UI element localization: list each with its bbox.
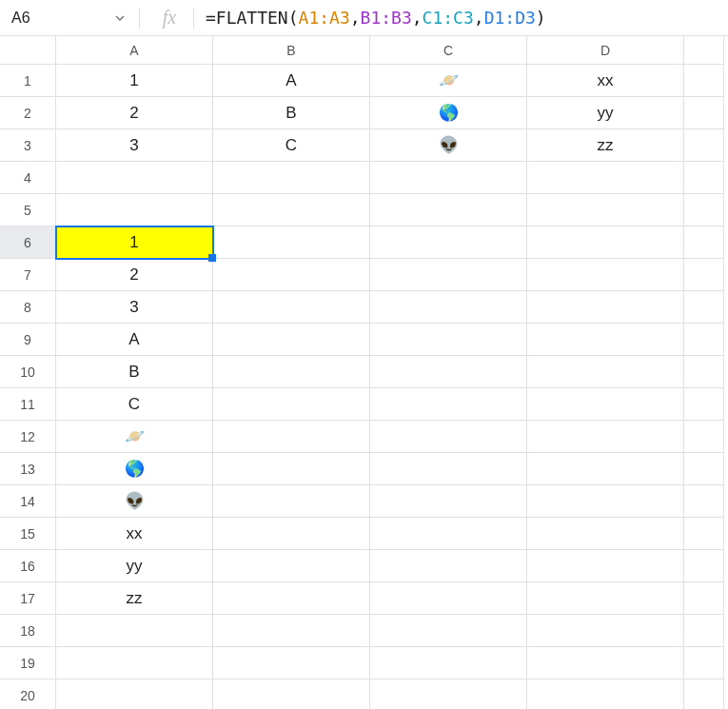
cell-A18[interactable] [56,615,213,647]
cell-D18[interactable] [527,615,684,647]
cell-D20[interactable] [527,679,684,709]
row-header-19[interactable]: 19 [0,647,56,679]
cell-A1[interactable]: 1 [56,65,213,97]
column-header-extra[interactable] [684,36,724,65]
cell-A15[interactable]: xx [56,518,213,550]
cell-B16[interactable] [213,550,370,582]
cell-B5[interactable] [213,194,370,226]
row-header-7[interactable]: 7 [0,259,56,291]
row-header-5[interactable]: 5 [0,194,56,226]
cell-C1[interactable]: 🪐 [370,65,527,97]
cell-D13[interactable] [527,453,684,485]
cell-C11[interactable] [370,388,527,421]
cell-extra-5[interactable] [684,194,724,226]
cell-extra-11[interactable] [684,388,724,421]
cell-B19[interactable] [213,647,370,679]
cell-B1[interactable]: A [213,65,370,97]
cell-D8[interactable] [527,291,684,324]
cell-A4[interactable] [56,162,213,194]
cell-C17[interactable] [370,582,527,615]
column-header-B[interactable]: B [213,36,370,65]
cell-B6[interactable] [213,226,370,259]
cell-D7[interactable] [527,259,684,291]
cell-extra-7[interactable] [684,259,724,291]
cell-A13[interactable]: 🌎 [56,453,213,485]
cell-extra-12[interactable] [684,421,724,453]
cell-D11[interactable] [527,388,684,421]
cell-C13[interactable] [370,453,527,485]
column-header-D[interactable]: D [527,36,684,65]
cell-C12[interactable] [370,421,527,453]
cell-B8[interactable] [213,291,370,324]
cell-D9[interactable] [527,324,684,356]
row-header-9[interactable]: 9 [0,324,56,356]
cell-C9[interactable] [370,324,527,356]
cell-C2[interactable]: 🌎 [370,97,527,129]
cell-C19[interactable] [370,647,527,679]
cell-extra-9[interactable] [684,324,724,356]
cell-B12[interactable] [213,421,370,453]
cell-extra-8[interactable] [684,291,724,324]
column-header-C[interactable]: C [370,36,527,65]
cell-B20[interactable] [213,679,370,709]
row-header-3[interactable]: 3 [0,129,56,162]
cell-C6[interactable] [370,226,527,259]
cell-B17[interactable] [213,582,370,615]
cell-B18[interactable] [213,615,370,647]
cell-extra-13[interactable] [684,453,724,485]
cell-A3[interactable]: 3 [56,129,213,162]
cell-extra-17[interactable] [684,582,724,615]
cell-D1[interactable]: xx [527,65,684,97]
cell-D10[interactable] [527,356,684,388]
cell-A2[interactable]: 2 [56,97,213,129]
cell-A20[interactable] [56,679,213,709]
cell-D3[interactable]: zz [527,129,684,162]
cell-C4[interactable] [370,162,527,194]
row-header-17[interactable]: 17 [0,582,56,615]
cell-C15[interactable] [370,518,527,550]
cell-D4[interactable] [527,162,684,194]
cell-extra-19[interactable] [684,647,724,679]
cell-D19[interactable] [527,647,684,679]
cell-C3[interactable]: 👽 [370,129,527,162]
cell-extra-6[interactable] [684,226,724,259]
cell-extra-4[interactable] [684,162,724,194]
cell-extra-18[interactable] [684,615,724,647]
cell-A8[interactable]: 3 [56,291,213,324]
row-header-11[interactable]: 11 [0,388,56,421]
cell-D5[interactable] [527,194,684,226]
cell-A5[interactable] [56,194,213,226]
cell-B2[interactable]: B [213,97,370,129]
column-header-A[interactable]: A [56,36,213,65]
cell-B13[interactable] [213,453,370,485]
cell-B15[interactable] [213,518,370,550]
row-header-18[interactable]: 18 [0,615,56,647]
cell-A7[interactable]: 2 [56,259,213,291]
cell-D15[interactable] [527,518,684,550]
cell-B14[interactable] [213,485,370,518]
row-header-2[interactable]: 2 [0,97,56,129]
cell-C16[interactable] [370,550,527,582]
cell-D2[interactable]: yy [527,97,684,129]
cell-B9[interactable] [213,324,370,356]
cell-C10[interactable] [370,356,527,388]
name-box[interactable]: A6 [4,0,107,35]
cell-C14[interactable] [370,485,527,518]
row-header-16[interactable]: 16 [0,550,56,582]
selection-fill-handle[interactable] [208,254,216,262]
cell-extra-14[interactable] [684,485,724,518]
row-header-4[interactable]: 4 [0,162,56,194]
cell-B10[interactable] [213,356,370,388]
cell-C7[interactable] [370,259,527,291]
row-header-13[interactable]: 13 [0,453,56,485]
cell-A16[interactable]: yy [56,550,213,582]
cell-extra-3[interactable] [684,129,724,162]
cell-A9[interactable]: A [56,324,213,356]
cell-A17[interactable]: zz [56,582,213,615]
cell-extra-1[interactable] [684,65,724,97]
cell-C20[interactable] [370,679,527,709]
cell-B7[interactable] [213,259,370,291]
row-header-20[interactable]: 20 [0,679,56,709]
row-header-12[interactable]: 12 [0,421,56,453]
cell-A10[interactable]: B [56,356,213,388]
